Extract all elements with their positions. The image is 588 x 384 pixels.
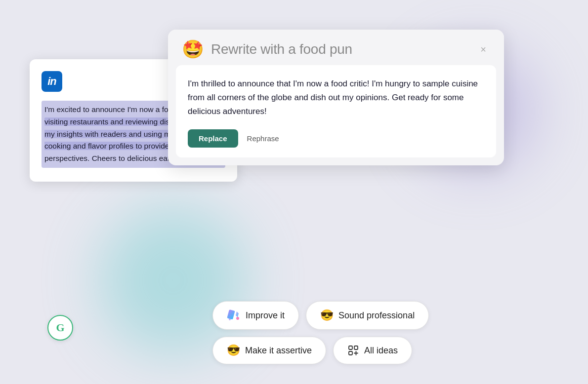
rewrite-emoji: 🤩: [182, 40, 204, 58]
replace-button[interactable]: Replace: [188, 129, 238, 148]
sound-professional-emoji: 😎: [320, 309, 334, 322]
sound-professional-label: Sound professional: [338, 310, 415, 321]
improve-it-button[interactable]: Improve it: [212, 301, 299, 330]
improve-it-label: Improve it: [246, 310, 285, 321]
close-icon: ×: [480, 44, 486, 55]
suggestions-row-top: Improve it 😎 Sound professional: [212, 301, 429, 330]
rewrite-actions: Replace Rephrase: [188, 129, 484, 148]
improve-icon: [227, 308, 241, 322]
rewrite-body: I'm thrilled to announce that I'm now a …: [176, 65, 496, 157]
all-ideas-icon: [347, 345, 359, 356]
rephrase-button[interactable]: Rephrase: [247, 134, 279, 143]
linkedin-logo-text: in: [47, 75, 56, 88]
svg-rect-5: [354, 346, 358, 349]
svg-rect-6: [349, 351, 352, 355]
rewrite-panel: 🤩 Rewrite with a food pun × I'm thrilled…: [168, 30, 504, 165]
svg-point-2: [236, 317, 239, 320]
make-assertive-button[interactable]: 😎 Make it assertive: [212, 337, 326, 364]
suggestions-row-bottom: 😎 Make it assertive All ideas: [212, 337, 429, 364]
svg-point-3: [229, 318, 231, 320]
rewrite-panel-title: Rewrite with a food pun: [211, 41, 352, 57]
close-button[interactable]: ×: [476, 42, 490, 56]
grammarly-logo: G: [56, 321, 64, 334]
make-assertive-label: Make it assertive: [245, 346, 312, 356]
rewrite-title-row: 🤩 Rewrite with a food pun: [182, 40, 352, 58]
svg-marker-1: [236, 311, 239, 317]
svg-rect-0: [227, 309, 235, 319]
svg-rect-4: [349, 346, 352, 349]
make-assertive-emoji: 😎: [227, 344, 240, 357]
suggestions-area: Improve it 😎 Sound professional 😎 Make i…: [212, 301, 429, 364]
sound-professional-button[interactable]: 😎 Sound professional: [306, 301, 429, 330]
grammarly-circle[interactable]: G: [47, 315, 73, 341]
scene: in I'm excited to announce I'm now a foo…: [0, 0, 588, 384]
linkedin-logo: in: [42, 71, 62, 92]
all-ideas-label: All ideas: [364, 346, 398, 356]
all-ideas-button[interactable]: All ideas: [333, 337, 412, 364]
rewrite-content: I'm thrilled to announce that I'm now a …: [188, 77, 484, 118]
rewrite-header: 🤩 Rewrite with a food pun ×: [168, 30, 504, 65]
